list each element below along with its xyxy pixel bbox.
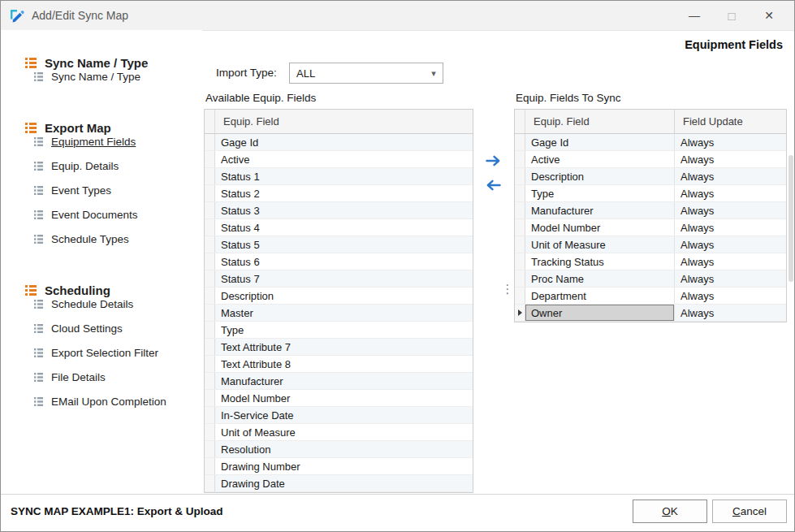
table-row[interactable]: ActiveAlways — [515, 151, 786, 168]
cell-field-update[interactable]: Always — [674, 202, 786, 218]
cell-field-update[interactable]: Always — [674, 168, 786, 184]
cell-equip-field[interactable]: Status 1 — [215, 168, 473, 184]
cell-equip-field[interactable]: Drawing Date — [215, 475, 473, 491]
cell-field-update[interactable]: Always — [674, 185, 786, 201]
column-header-equip-field[interactable]: Equip. Field — [215, 110, 473, 133]
cell-equip-field[interactable]: Text Attribute 7 — [215, 339, 473, 355]
cell-equip-field[interactable]: Unit of Measure — [525, 236, 674, 253]
row-header — [205, 407, 215, 423]
minimize-button[interactable]: — — [676, 1, 713, 30]
cell-equip-field[interactable]: Status 4 — [215, 219, 473, 236]
sidebar-item-schedule-details[interactable]: Schedule Details — [1, 298, 202, 309]
maximize-button[interactable]: □ — [713, 1, 750, 30]
cell-equip-field[interactable]: Manufacturer — [525, 202, 674, 218]
cell-equip-field[interactable]: Model Number — [215, 390, 473, 406]
table-row[interactable]: Master — [205, 305, 473, 322]
cell-equip-field[interactable]: Active — [215, 151, 473, 167]
cell-field-update[interactable]: Always — [674, 288, 786, 304]
cell-field-update[interactable]: Always — [674, 219, 786, 236]
table-row[interactable]: Unit of MeasureAlways — [515, 236, 786, 253]
table-row[interactable]: Active — [205, 151, 473, 168]
cell-equip-field[interactable]: Tracking Status — [525, 253, 674, 270]
table-row[interactable]: Drawing Number — [205, 458, 473, 475]
cell-equip-field[interactable]: Owner — [525, 305, 674, 321]
table-row[interactable]: Status 1 — [205, 168, 473, 185]
move-left-button[interactable] — [482, 176, 503, 194]
table-row[interactable]: Gage Id — [205, 134, 473, 151]
table-row[interactable]: Description — [205, 288, 473, 305]
sidebar-item-equipment-fields[interactable]: Equipment Fields — [1, 136, 202, 147]
cell-equip-field[interactable]: Gage Id — [525, 134, 674, 150]
table-row[interactable]: In-Service Date — [205, 407, 473, 424]
column-header-field-update[interactable]: Field Update — [674, 110, 786, 133]
table-row[interactable]: Gage IdAlways — [515, 134, 786, 151]
table-row[interactable]: Text Attribute 7 — [205, 339, 473, 356]
sidebar-item-file-details[interactable]: File Details — [1, 371, 202, 383]
cell-equip-field[interactable]: Proc Name — [525, 270, 674, 287]
table-row[interactable]: Status 2 — [205, 185, 473, 202]
cell-field-update[interactable]: Always — [674, 270, 786, 287]
table-row[interactable]: Status 4 — [205, 219, 473, 236]
sidebar-item-equip-details[interactable]: Equip. Details — [1, 160, 202, 171]
cell-equip-field[interactable]: In-Service Date — [215, 407, 473, 423]
table-row[interactable]: Status 5 — [205, 236, 473, 253]
cell-field-update[interactable]: Always — [674, 236, 786, 253]
sidebar-item-event-documents[interactable]: Event Documents — [1, 209, 202, 220]
sidebar-item-email-upon-completion[interactable]: EMail Upon Completion — [1, 396, 202, 407]
column-header-equip-field[interactable]: Equip. Field — [525, 110, 674, 133]
sidebar-item-sync-name-type[interactable]: Sync Name / Type — [1, 71, 202, 82]
cell-equip-field[interactable]: Active — [525, 151, 674, 167]
cell-field-update[interactable]: Always — [674, 151, 786, 167]
sidebar-item-event-types[interactable]: Event Types — [1, 184, 202, 196]
table-row[interactable]: Model Number — [205, 390, 473, 407]
cell-equip-field[interactable]: Drawing Number — [215, 458, 473, 474]
table-row[interactable]: Drawing Date — [205, 475, 473, 492]
cell-equip-field[interactable]: Manufacturer — [215, 373, 473, 389]
cell-equip-field[interactable]: Unit of Measure — [215, 424, 473, 440]
table-row[interactable]: Proc NameAlways — [515, 270, 786, 288]
cell-equip-field[interactable]: Department — [525, 288, 674, 304]
cell-equip-field[interactable]: Status 7 — [215, 270, 473, 287]
import-type-dropdown[interactable]: ALL ▾ — [289, 63, 443, 84]
cancel-button[interactable]: Cancel — [712, 500, 787, 523]
cell-equip-field[interactable]: Status 6 — [215, 253, 473, 270]
cell-equip-field[interactable]: Text Attribute 8 — [215, 356, 473, 372]
table-row[interactable]: DescriptionAlways — [515, 168, 786, 185]
table-row[interactable]: Status 3 — [205, 202, 473, 219]
table-row[interactable]: Status 7 — [205, 270, 473, 288]
close-button[interactable]: ✕ — [750, 1, 788, 30]
table-row[interactable]: Unit of Measure — [205, 424, 473, 441]
cell-equip-field[interactable]: Gage Id — [215, 134, 473, 150]
sidebar-item-export-selection-filter[interactable]: Export Selection Filter — [1, 347, 202, 358]
splitter-handle[interactable]: ⋮ — [503, 279, 512, 299]
cell-equip-field[interactable]: Status 2 — [215, 185, 473, 201]
cell-equip-field[interactable]: Status 3 — [215, 202, 473, 218]
table-row[interactable]: Status 6 — [205, 253, 473, 270]
cell-equip-field[interactable]: Type — [525, 185, 674, 201]
table-row[interactable]: Resolution — [205, 441, 473, 458]
cell-field-update[interactable]: Always — [674, 134, 786, 150]
table-row[interactable]: Model NumberAlways — [515, 219, 786, 236]
scrollbar-thumb[interactable] — [789, 155, 793, 282]
table-row[interactable]: Tracking StatusAlways — [515, 253, 786, 270]
sidebar-item-cloud-settings[interactable]: Cloud Settings — [1, 322, 202, 334]
move-right-button[interactable] — [482, 152, 503, 170]
table-row[interactable]: Manufacturer — [205, 373, 473, 390]
cell-equip-field[interactable]: Type — [215, 322, 473, 338]
cell-equip-field[interactable]: Resolution — [215, 441, 473, 457]
table-row[interactable]: OwnerAlways — [515, 305, 786, 322]
cell-equip-field[interactable]: Model Number — [525, 219, 674, 236]
table-row[interactable]: Type — [205, 322, 473, 339]
cell-equip-field[interactable]: Description — [215, 288, 473, 304]
table-row[interactable]: TypeAlways — [515, 185, 786, 202]
cell-equip-field[interactable]: Status 5 — [215, 236, 473, 253]
sidebar-item-schedule-types[interactable]: Schedule Types — [1, 233, 202, 244]
ok-button[interactable]: OK — [633, 500, 707, 523]
cell-equip-field[interactable]: Master — [215, 305, 473, 321]
cell-field-update[interactable]: Always — [674, 305, 786, 321]
table-row[interactable]: DepartmentAlways — [515, 288, 786, 305]
table-row[interactable]: Text Attribute 8 — [205, 356, 473, 373]
cell-field-update[interactable]: Always — [674, 253, 786, 270]
cell-equip-field[interactable]: Description — [525, 168, 674, 184]
table-row[interactable]: ManufacturerAlways — [515, 202, 786, 219]
